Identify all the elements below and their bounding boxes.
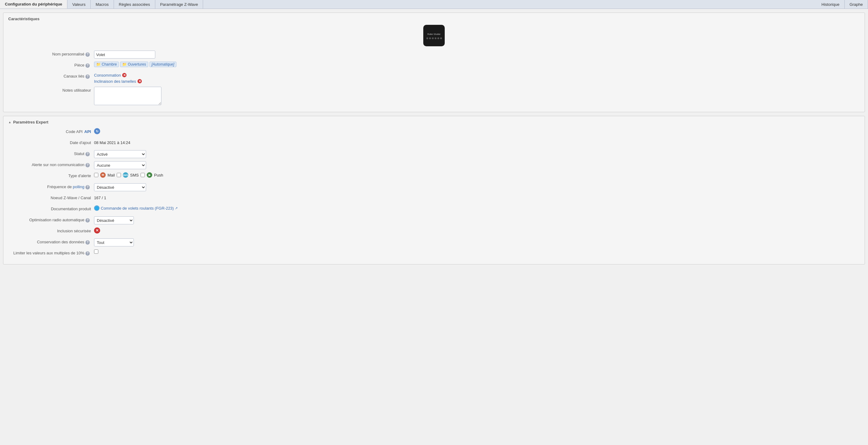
polling-select[interactable]: Désactivé 30 secondes 1 minute 5 minutes — [94, 183, 146, 191]
conservation-label: Conservation des données ? — [8, 238, 94, 244]
code-api-label: Code API API — [8, 128, 94, 134]
nom-control — [94, 51, 860, 59]
canaux-help-icon[interactable]: ? — [86, 75, 90, 79]
device-label: Roller Shutter — [428, 33, 441, 35]
nom-row: Nom personnalisé ? — [8, 51, 860, 59]
push-checkbox[interactable] — [141, 173, 145, 177]
tab-graphe[interactable]: Graphe — [845, 0, 868, 8]
canal-inclinaison-link[interactable]: Inclinaison des lamelles — [94, 79, 136, 84]
dot-5 — [437, 37, 439, 39]
piece-tag-ouvertures[interactable]: 📁 Ouvertures — [120, 62, 148, 67]
limiter-label: Limiter les valeurs aux multiples de 10%… — [8, 249, 94, 256]
push-label: Push — [154, 173, 163, 177]
piece-label: Pièce ? — [8, 62, 94, 68]
tab-bar: Configuration du périphérique Valeurs Ma… — [0, 0, 868, 9]
radio-select[interactable]: Désactivé Activé — [94, 216, 134, 224]
conservation-row: Conservation des données ? Tout 1 semain… — [8, 238, 860, 246]
ext-link-icon: ↗ — [175, 206, 178, 210]
doc-globe-icon: 🌐 — [94, 205, 99, 211]
canal-inclinaison-remove[interactable]: ✕ — [137, 79, 142, 84]
alerte-row: Alerte sur non communication ? Aucune 1 … — [8, 161, 860, 169]
statut-select[interactable]: Activé Désactivé — [94, 150, 146, 158]
date-ajout-row: Date d'ajout 08 Mai 2021 à 14:24 — [8, 139, 860, 147]
device-dots — [426, 37, 442, 39]
date-ajout-label: Date d'ajout — [8, 139, 94, 145]
nom-input[interactable] — [94, 51, 155, 59]
svg-text:✕: ✕ — [138, 79, 141, 83]
radio-label: Optimisation radio automatique ? — [8, 216, 94, 222]
noeud-row: Noeud Z-Wave / Canal 167 / 1 — [8, 194, 860, 202]
doc-control: 🌐 Commande de volets roulants (FGR-223) … — [94, 205, 860, 211]
inclusion-label: Inclusion sécurisée — [8, 228, 94, 233]
radio-control: Désactivé Activé — [94, 216, 860, 224]
device-image-container: Roller Shutter — [8, 25, 860, 46]
notes-textarea[interactable] — [94, 87, 161, 105]
canaux-label: Canaux liés ? — [8, 72, 94, 79]
piece-help-icon[interactable]: ? — [86, 63, 90, 68]
collapse-arrow: ▲ — [8, 120, 11, 124]
statut-help-icon[interactable]: ? — [86, 152, 90, 156]
piece-row: Pièce ? 📁 Chambre 📁 Ouvertures [Automati… — [8, 62, 860, 69]
tab-config[interactable]: Configuration du périphérique — [0, 0, 67, 8]
noeud-value: 167 / 1 — [94, 194, 106, 200]
canal-consommation-remove[interactable]: ✕ — [122, 72, 127, 78]
nom-help-icon[interactable]: ? — [86, 52, 90, 57]
push-icon: ▶ — [147, 172, 152, 178]
caracteristiques-section: Caractéristiques Roller Shutter Nom pers… — [3, 12, 865, 112]
radio-help-icon[interactable]: ? — [86, 218, 90, 222]
polling-help-icon[interactable]: ? — [86, 185, 90, 189]
polling-link-text[interactable]: polling — [73, 184, 85, 189]
inclusion-control: ✕ — [94, 228, 860, 234]
type-alerte-control: ✉ Mail SMS SMS ▶ Push — [94, 172, 860, 178]
api-icon[interactable]: ↻ — [94, 128, 100, 134]
piece-tag-auto[interactable]: [Automatique] — [150, 62, 177, 67]
sms-label: SMS — [130, 173, 139, 177]
piece-control: 📁 Chambre 📁 Ouvertures [Automatique] — [94, 62, 860, 67]
tab-regles[interactable]: Règles associées — [114, 0, 155, 8]
doc-row: Documentation produit 🌐 Commande de vole… — [8, 205, 860, 213]
limiter-control — [94, 249, 860, 254]
sms-checkbox[interactable] — [117, 173, 121, 177]
polling-label: Fréquence de polling ? — [8, 183, 94, 189]
dot-6 — [440, 37, 442, 39]
device-image: Roller Shutter — [423, 25, 445, 46]
tab-historique[interactable]: Historique — [816, 0, 845, 8]
notes-control — [94, 87, 860, 105]
dot-4 — [435, 37, 436, 39]
code-api-control: ↻ — [94, 128, 860, 134]
tab-zwave[interactable]: Paramétrage Z-Wave — [155, 0, 204, 8]
noeud-control: 167 / 1 — [94, 194, 860, 200]
doc-link[interactable]: Commande de volets roulants (FGR-223) ↗ — [101, 206, 178, 211]
canal-inclinaison-row: Inclinaison des lamelles ✕ — [94, 79, 142, 84]
expert-section: ▲ Paramètres Expert Code API API ↻ Date … — [3, 116, 865, 265]
tab-macros[interactable]: Macros — [91, 0, 114, 8]
sms-icon: SMS — [123, 172, 128, 178]
statut-control: Activé Désactivé — [94, 150, 860, 158]
alerte-select[interactable]: Aucune 1 heure 6 heures 24 heures — [94, 161, 146, 169]
expert-title[interactable]: ▲ Paramètres Expert — [8, 120, 860, 124]
code-api-row: Code API API ↻ — [8, 128, 860, 136]
dot-1 — [426, 37, 428, 39]
limiter-checkbox[interactable] — [94, 249, 98, 254]
notes-label: Notes utilisateur — [8, 87, 94, 93]
conservation-select[interactable]: Tout 1 semaine 1 mois 3 mois — [94, 238, 134, 246]
statut-label: Statut ? — [8, 150, 94, 156]
tab-bar-right: Historique Graphe — [816, 0, 868, 8]
canaux-control: Consommation ✕ Inclinaison des lamelles … — [94, 72, 860, 84]
piece-tag-chambre[interactable]: 📁 Chambre — [94, 62, 119, 67]
canaux-row: Canaux liés ? Consommation ✕ Inclinaison… — [8, 72, 860, 84]
canal-consommation-row: Consommation ✕ — [94, 72, 127, 78]
alerte-help-icon[interactable]: ? — [86, 163, 90, 167]
polling-control: Désactivé 30 secondes 1 minute 5 minutes — [94, 183, 860, 191]
type-alerte-row: Type d'alerte ✉ Mail SMS SMS ▶ Push — [8, 172, 860, 180]
conservation-help-icon[interactable]: ? — [86, 240, 90, 244]
tab-bar-left: Configuration du périphérique Valeurs Ma… — [0, 0, 816, 8]
mail-checkbox[interactable] — [94, 173, 98, 177]
alerte-label: Alerte sur non communication ? — [8, 161, 94, 167]
notes-row: Notes utilisateur — [8, 87, 860, 105]
limiter-help-icon[interactable]: ? — [86, 251, 90, 256]
tab-valeurs[interactable]: Valeurs — [67, 0, 91, 8]
inclusion-icon: ✕ — [94, 228, 100, 234]
svg-text:✕: ✕ — [123, 73, 126, 77]
canal-consommation-link[interactable]: Consommation — [94, 73, 121, 78]
